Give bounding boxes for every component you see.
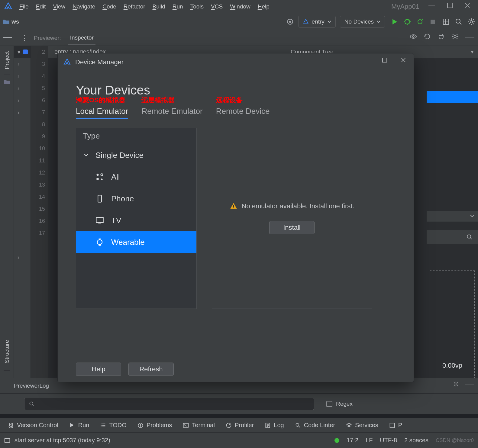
device-manager-dialog: Device Manager — Your Devices 鸿蒙OS的模拟器Lo… bbox=[57, 53, 414, 382]
status-indent[interactable]: 2 spaces bbox=[404, 437, 428, 444]
run-icon[interactable] bbox=[391, 18, 398, 25]
stop-icon[interactable] bbox=[429, 18, 436, 25]
status-encoding[interactable]: UTF-8 bbox=[380, 437, 397, 444]
project-tree-controls: — bbox=[0, 30, 15, 46]
device-type-phone[interactable]: Phone bbox=[76, 188, 196, 210]
refresh-icon[interactable] bbox=[424, 33, 431, 40]
tree-row[interactable]: › bbox=[14, 58, 31, 70]
tool-run[interactable]: Run bbox=[64, 422, 95, 429]
tool-terminal[interactable]: Terminal bbox=[177, 422, 220, 429]
device-selector[interactable]: No Devices bbox=[340, 16, 385, 28]
menu-vcs[interactable]: VCS bbox=[207, 3, 226, 10]
run-config-selector[interactable]: entry bbox=[298, 16, 336, 28]
right-panel-search[interactable] bbox=[427, 230, 478, 244]
tree-row[interactable]: › bbox=[14, 82, 31, 94]
menu-build[interactable]: Build bbox=[149, 3, 169, 10]
gear-icon[interactable] bbox=[451, 33, 459, 40]
target-icon[interactable] bbox=[286, 18, 294, 26]
tool-services[interactable]: Services bbox=[341, 422, 384, 429]
svg-point-7 bbox=[456, 19, 460, 23]
terminal-icon[interactable] bbox=[4, 437, 10, 443]
previewer-log-label[interactable]: PreviewerLog bbox=[14, 382, 49, 389]
dialog-close-icon[interactable] bbox=[401, 58, 406, 67]
folder-icon[interactable] bbox=[4, 79, 10, 85]
chevron-down-icon bbox=[377, 21, 380, 23]
device-tab-local-emulator[interactable]: 鸿蒙OS的模拟器Local Emulator bbox=[76, 107, 128, 119]
previewer-bar: — ⋮ Previewer: Inspector — bbox=[0, 30, 478, 46]
rail-structure[interactable]: Structure bbox=[4, 333, 10, 371]
window-maximize-icon[interactable] bbox=[447, 3, 453, 11]
device-type-all[interactable]: All bbox=[76, 166, 196, 188]
tool-version-control[interactable]: Version Control bbox=[2, 422, 64, 429]
tool-p[interactable]: P bbox=[384, 422, 408, 429]
svg-rect-31 bbox=[96, 218, 103, 222]
plug-icon[interactable] bbox=[438, 33, 445, 40]
more-icon[interactable]: ⋮ bbox=[18, 34, 34, 42]
settings-icon[interactable] bbox=[468, 18, 475, 25]
line-number: 17 bbox=[31, 227, 48, 239]
project-structure-icon[interactable] bbox=[442, 18, 450, 25]
menu-run[interactable]: Run bbox=[169, 3, 187, 10]
watermark: CSDN @blazor0 bbox=[436, 437, 474, 443]
svg-rect-24 bbox=[390, 423, 394, 427]
right-panel-handle[interactable] bbox=[427, 211, 478, 222]
menu-refactor[interactable]: Refactor bbox=[120, 3, 149, 10]
tree-row[interactable]: ▾ bbox=[14, 46, 31, 58]
ide-logo-icon bbox=[4, 2, 13, 11]
menu-file[interactable]: File bbox=[16, 3, 32, 10]
window-minimize-icon[interactable]: — bbox=[428, 1, 435, 9]
status-cursor[interactable]: 17:2 bbox=[347, 437, 358, 444]
coverage-icon[interactable] bbox=[416, 18, 424, 25]
menu-navigate[interactable]: Navigate bbox=[69, 3, 99, 10]
device-tab-remote-emulator[interactable]: 远层模拟器Remote Emulator bbox=[141, 107, 202, 119]
svg-rect-25 bbox=[5, 438, 10, 442]
search-icon[interactable] bbox=[455, 18, 462, 25]
status-line-ending[interactable]: LF bbox=[366, 437, 373, 444]
tree-row[interactable]: › bbox=[14, 70, 31, 82]
menu-tools[interactable]: Tools bbox=[187, 3, 207, 10]
device-tab-remote-device[interactable]: 远程设备Remote Device bbox=[216, 107, 270, 119]
dialog-minimize-icon[interactable]: — bbox=[360, 56, 368, 65]
tab-inspector[interactable]: Inspector bbox=[68, 31, 95, 45]
tree-row[interactable]: › bbox=[14, 106, 31, 118]
tree-row[interactable]: › bbox=[14, 251, 31, 263]
svg-rect-26 bbox=[383, 58, 387, 62]
help-button[interactable]: Help bbox=[76, 363, 121, 376]
svg-point-16 bbox=[30, 402, 33, 405]
refresh-button[interactable]: Refresh bbox=[128, 363, 174, 376]
hide-icon[interactable]: — bbox=[465, 31, 474, 42]
line-number: 9 bbox=[31, 130, 48, 142]
device-category[interactable]: Single Device bbox=[76, 144, 196, 166]
dialog-maximize-icon[interactable] bbox=[382, 58, 387, 67]
tree-row[interactable]: › bbox=[14, 94, 31, 106]
collapse-icon[interactable]: — bbox=[3, 32, 12, 42]
tool-profiler[interactable]: Profiler bbox=[220, 422, 259, 429]
device-type-wearable[interactable]: Wearable bbox=[76, 231, 196, 253]
tool-problems[interactable]: Problems bbox=[132, 422, 177, 429]
window-close-icon[interactable] bbox=[465, 3, 470, 11]
menu-view[interactable]: View bbox=[49, 3, 69, 10]
menu-help[interactable]: Help bbox=[254, 3, 273, 10]
device-icon bbox=[95, 238, 104, 246]
project-root[interactable]: ws bbox=[2, 18, 19, 25]
eye-icon[interactable] bbox=[410, 33, 417, 40]
log-search-row: Regex bbox=[0, 394, 478, 414]
menu-code[interactable]: Code bbox=[99, 3, 120, 10]
tool-log[interactable]: Log bbox=[259, 422, 289, 429]
debug-icon[interactable] bbox=[404, 18, 411, 25]
status-dot-icon bbox=[334, 438, 339, 443]
log-search-input[interactable] bbox=[24, 398, 314, 410]
menu-edit[interactable]: Edit bbox=[32, 3, 50, 10]
right-panel-selected[interactable] bbox=[427, 91, 478, 103]
gear-icon[interactable] bbox=[453, 381, 459, 387]
device-type-tv[interactable]: TV bbox=[76, 210, 196, 231]
tree-row[interactable] bbox=[14, 263, 31, 275]
tool-code-linter[interactable]: Code Linter bbox=[289, 422, 341, 429]
rail-project[interactable]: Project bbox=[4, 46, 10, 75]
menu-window[interactable]: Window bbox=[226, 3, 254, 10]
bottom-tool-strip: Version ControlRunTODOProblemsTerminalPr… bbox=[0, 418, 478, 432]
regex-toggle[interactable]: Regex bbox=[326, 401, 353, 407]
hide-icon[interactable]: — bbox=[465, 379, 474, 389]
tool-todo[interactable]: TODO bbox=[95, 422, 132, 429]
install-button[interactable]: Install bbox=[269, 221, 315, 234]
